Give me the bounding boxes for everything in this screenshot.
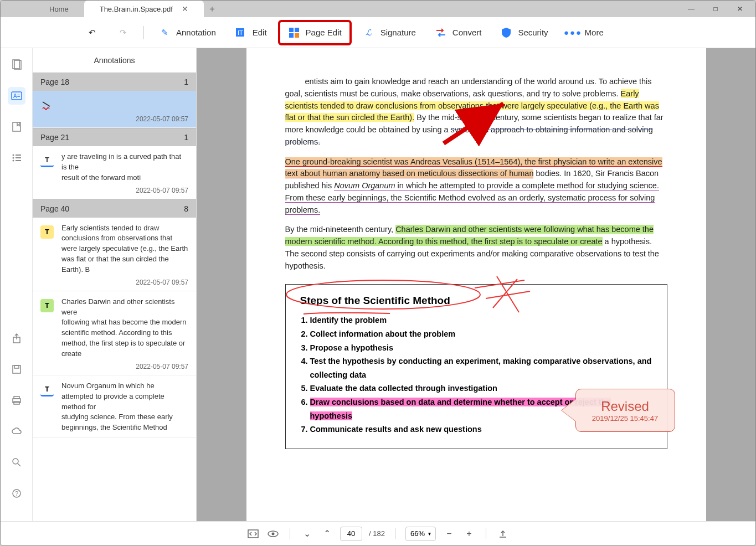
svg-rect-19 xyxy=(14,365,19,368)
grid-icon xyxy=(288,27,300,39)
pdf-page: entists aim to gain knowledge and reach … xyxy=(246,48,706,521)
page-total: / 182 xyxy=(369,529,385,538)
svg-rect-3 xyxy=(295,28,299,32)
underline-icon: T xyxy=(40,383,54,396)
page-edit-button[interactable]: Page Edit xyxy=(278,20,352,45)
page-edit-label: Page Edit xyxy=(306,28,342,37)
page-header[interactable]: Page 181 xyxy=(33,73,196,91)
thumbnails-button[interactable] xyxy=(8,56,25,74)
annotation-item[interactable]: TNovum Organum in which he attempted to … xyxy=(33,375,196,438)
edit-icon: IT xyxy=(235,27,247,39)
stamp-label: Revised xyxy=(601,399,649,414)
security-button[interactable]: Security xyxy=(492,22,556,43)
pencil-icon: ✎ xyxy=(158,27,171,39)
redo-button[interactable]: ↷ xyxy=(109,22,137,43)
zoom-in-button[interactable]: + xyxy=(462,527,476,540)
svg-text:A=: A= xyxy=(13,93,20,99)
page-header[interactable]: Page 211 xyxy=(33,128,196,146)
squiggle-icon xyxy=(40,99,54,112)
security-label: Security xyxy=(518,28,548,37)
close-button[interactable]: ✕ xyxy=(728,1,752,17)
zoom-out-button[interactable]: − xyxy=(443,527,456,540)
svg-rect-7 xyxy=(14,60,21,69)
redo-icon: ↷ xyxy=(117,27,129,39)
help-button[interactable]: ? xyxy=(8,485,25,502)
document-viewer[interactable]: entists aim to gain knowledge and reach … xyxy=(197,48,755,521)
more-icon: ●●● xyxy=(567,27,579,39)
svg-rect-4 xyxy=(289,33,294,38)
highlight-icon: T xyxy=(40,299,54,312)
fit-page-button[interactable] xyxy=(246,527,260,540)
signature-button[interactable]: ℒSignature xyxy=(355,22,424,43)
add-tab-button[interactable]: ＋ xyxy=(204,1,220,17)
undo-icon: ↶ xyxy=(86,27,98,39)
highlight-icon: T xyxy=(40,225,54,239)
convert-icon xyxy=(435,27,447,39)
convert-label: Convert xyxy=(452,28,482,37)
close-tab-icon[interactable]: ✕ xyxy=(182,4,188,13)
svg-point-13 xyxy=(12,157,14,159)
tab-home[interactable]: Home xyxy=(34,1,84,17)
shield-icon xyxy=(500,27,512,39)
annotation-item[interactable]: 2022-05-07 09:57 xyxy=(33,91,196,128)
svg-line-24 xyxy=(18,463,20,466)
underline-icon: T xyxy=(40,154,54,167)
svg-rect-5 xyxy=(295,33,299,38)
annotation-item[interactable]: T Charles Darwin and other scientists we… xyxy=(33,291,196,375)
tab-document[interactable]: The.Brain.in.Space.pdf ✕ xyxy=(84,1,204,17)
annotation-item[interactable]: Ty are traveling in is a curved path tha… xyxy=(33,146,196,199)
svg-point-15 xyxy=(12,160,14,162)
save-button[interactable] xyxy=(8,360,25,378)
print-button[interactable] xyxy=(8,392,25,409)
edit-button[interactable]: ITEdit xyxy=(227,22,275,43)
minimize-button[interactable]: — xyxy=(679,1,703,17)
annotations-panel-button[interactable]: A= xyxy=(8,87,25,105)
toolbar-separator xyxy=(143,26,144,39)
svg-text:?: ? xyxy=(15,490,18,497)
chevron-down-icon: ▾ xyxy=(428,530,431,537)
more-button[interactable]: ●●●More xyxy=(559,22,611,43)
svg-rect-21 xyxy=(14,396,19,399)
search-button[interactable] xyxy=(8,454,25,471)
svg-rect-16 xyxy=(16,160,21,161)
svg-rect-14 xyxy=(16,157,21,158)
cloud-button[interactable] xyxy=(8,423,25,440)
svg-point-31 xyxy=(272,532,275,535)
paragraph: One ground-breaking scientist was Andrea… xyxy=(285,156,667,217)
bookmarks-button[interactable] xyxy=(8,118,25,136)
page-input[interactable] xyxy=(340,527,362,541)
annotation-list[interactable]: Page 181 2022-05-07 09:57 Page 211 Ty ar… xyxy=(33,73,196,521)
svg-point-11 xyxy=(12,154,14,156)
paragraph: entists aim to gain knowledge and reach … xyxy=(285,76,667,148)
annotation-button[interactable]: ✎Annotation xyxy=(151,22,224,43)
tab-doc-label: The.Brain.in.Space.pdf xyxy=(100,5,173,13)
svg-rect-18 xyxy=(13,365,20,373)
maximize-button[interactable]: □ xyxy=(703,1,728,17)
convert-button[interactable]: Convert xyxy=(427,22,490,43)
upload-button[interactable] xyxy=(496,527,510,540)
next-page-button[interactable]: ⌄ xyxy=(300,527,313,540)
annotation-item[interactable]: T Early scientists tended to draw conclu… xyxy=(33,218,196,291)
panel-title: Annotations xyxy=(33,48,196,73)
outline-button[interactable] xyxy=(8,149,25,167)
annotation-label: Annotation xyxy=(176,28,216,37)
signature-icon: ℒ xyxy=(363,27,375,39)
svg-rect-6 xyxy=(13,60,19,69)
view-mode-button[interactable] xyxy=(266,527,280,540)
page-header[interactable]: Page 408 xyxy=(33,199,196,218)
revised-stamp[interactable]: Revised 2019/12/25 15:45:47 xyxy=(575,389,675,432)
prev-page-button[interactable]: ⌃ xyxy=(320,527,333,540)
box-title: Steps of the Scientific Method xyxy=(300,295,450,307)
undo-button[interactable]: ↶ xyxy=(78,22,106,43)
svg-rect-12 xyxy=(16,154,21,156)
tab-home-label: Home xyxy=(49,5,69,13)
stamp-date: 2019/12/25 15:45:47 xyxy=(592,414,658,423)
edit-label: Edit xyxy=(253,28,267,37)
zoom-select[interactable]: 66%▾ xyxy=(405,527,436,541)
share-button[interactable] xyxy=(8,329,25,347)
more-label: More xyxy=(585,28,604,37)
svg-point-23 xyxy=(13,459,18,464)
svg-text:IT: IT xyxy=(238,29,243,36)
signature-label: Signature xyxy=(380,28,416,37)
svg-rect-2 xyxy=(289,28,294,32)
